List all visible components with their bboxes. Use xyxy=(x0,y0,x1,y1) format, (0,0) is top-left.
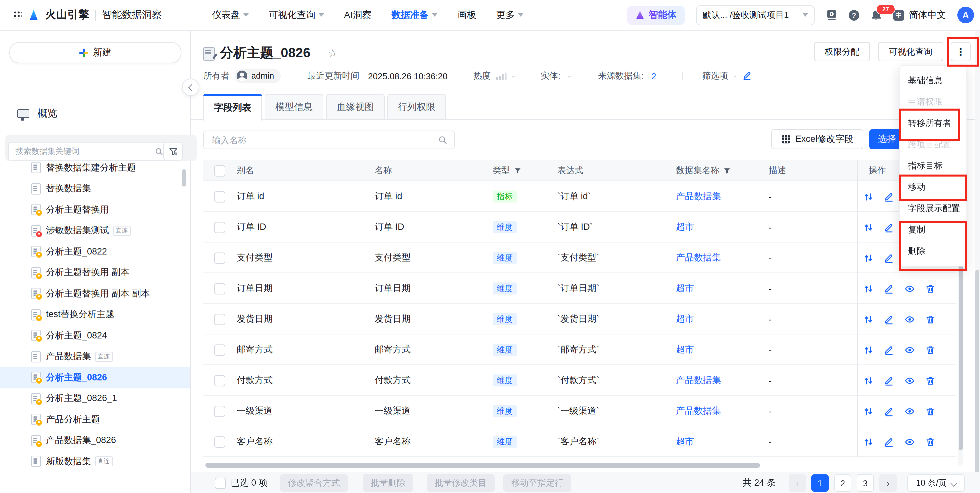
filter-funnel-icon[interactable] xyxy=(723,167,731,174)
list-item[interactable]: 替换数据集建分析主题 xyxy=(0,157,190,178)
dataset-link[interactable]: 超市 xyxy=(676,334,694,365)
visual-query-button[interactable]: 可视化查询 xyxy=(878,42,943,61)
new-button[interactable]: 新建 xyxy=(10,42,181,63)
list-item[interactable]: 分析主题替换用 副本 副本 xyxy=(0,283,190,304)
move-row-icon[interactable] xyxy=(863,376,873,385)
edit-icon[interactable] xyxy=(884,284,894,293)
visibility-icon[interactable] xyxy=(905,376,915,385)
nav-item-canvas[interactable]: 画板 xyxy=(457,9,476,21)
move-row-icon[interactable] xyxy=(863,345,873,355)
menu-item-field-display-config[interactable]: 字段展示配置 xyxy=(900,198,966,219)
language-label[interactable]: 简体中文 xyxy=(908,9,946,21)
page-3-button[interactable]: 3 xyxy=(857,474,874,491)
row-checkbox[interactable] xyxy=(214,283,225,294)
sidebar-scrollbar[interactable] xyxy=(182,169,186,187)
visibility-icon[interactable] xyxy=(905,437,915,447)
move-row-icon[interactable] xyxy=(863,284,873,293)
sidebar-collapse-button[interactable] xyxy=(182,79,199,96)
list-item-selected[interactable]: 分析主题_0826 xyxy=(0,367,190,388)
delete-icon[interactable] xyxy=(925,376,935,385)
edit-icon[interactable] xyxy=(884,406,894,416)
select-all-checkbox[interactable] xyxy=(214,165,225,176)
visibility-icon[interactable] xyxy=(905,284,915,293)
page-size-selector[interactable]: 10 条/页 xyxy=(907,474,965,491)
next-page-button[interactable]: › xyxy=(879,474,897,491)
move-row-icon[interactable] xyxy=(863,192,873,201)
excel-edit-button[interactable]: Excel修改字段 xyxy=(772,129,863,149)
nav-item-ai-insight[interactable]: AI洞察 xyxy=(344,9,371,21)
list-item[interactable]: 新版数据集直连 xyxy=(0,451,190,472)
dataset-link[interactable]: 产品数据集 xyxy=(676,181,721,212)
favorite-star-icon[interactable]: ☆ xyxy=(328,47,338,59)
list-item[interactable]: 产品数据集_0826 xyxy=(0,430,190,451)
dataset-link[interactable]: 产品数据集 xyxy=(676,396,721,426)
menu-item-transfer-owner[interactable]: 转移所有者 xyxy=(900,113,966,134)
dataset-link[interactable]: 超市 xyxy=(676,273,694,304)
nav-item-visual-query[interactable]: 可视化查询 xyxy=(269,9,324,21)
row-checkbox[interactable] xyxy=(214,252,225,263)
page-scrollbar-thumb[interactable] xyxy=(975,270,979,490)
page-1-button[interactable]: 1 xyxy=(811,474,829,491)
menu-item-copy[interactable]: 复制 xyxy=(900,219,966,241)
visibility-icon[interactable] xyxy=(905,314,915,324)
list-item[interactable]: 分析主题替换用 副本 xyxy=(0,262,190,283)
source-count[interactable]: 2 xyxy=(651,69,656,82)
row-checkbox[interactable] xyxy=(214,222,225,233)
tab-model-info[interactable]: 模型信息 xyxy=(265,94,323,120)
horizontal-scrollbar[interactable] xyxy=(205,463,760,468)
move-row-icon[interactable] xyxy=(863,222,873,232)
tab-field-list[interactable]: 字段列表 xyxy=(203,94,262,120)
filter-funnel-icon[interactable] xyxy=(514,167,521,174)
menu-item-delete[interactable]: 删除 xyxy=(900,241,966,262)
move-row-icon[interactable] xyxy=(863,437,873,447)
list-item[interactable]: 产品数据集直连 xyxy=(0,346,190,367)
list-item[interactable]: test替换分析主题 xyxy=(0,304,190,325)
move-row-icon[interactable] xyxy=(863,406,873,416)
prev-page-button[interactable]: ‹ xyxy=(789,474,806,491)
permission-button[interactable]: 权限分配 xyxy=(814,42,870,61)
user-avatar[interactable]: A xyxy=(957,7,974,23)
dataset-link[interactable]: 超市 xyxy=(676,212,694,243)
edit-icon[interactable] xyxy=(884,253,894,263)
delete-icon[interactable] xyxy=(925,345,935,355)
edit-icon[interactable] xyxy=(884,222,894,232)
more-actions-button[interactable]: ⋮ xyxy=(951,42,970,61)
edit-filter-icon[interactable] xyxy=(742,71,752,81)
dataset-link[interactable]: 超市 xyxy=(676,426,694,457)
nav-item-dashboard[interactable]: 仪表盘 xyxy=(212,9,249,21)
footer-checkbox[interactable] xyxy=(215,477,226,489)
menu-item-metric-target[interactable]: 指标目标 xyxy=(900,155,966,176)
move-row-icon[interactable] xyxy=(863,253,873,263)
agent-button[interactable]: 智能体 xyxy=(627,6,685,24)
visibility-icon[interactable] xyxy=(905,345,915,355)
move-row-icon[interactable] xyxy=(863,314,873,324)
edit-icon[interactable] xyxy=(884,376,894,385)
dataset-link[interactable]: 产品数据集 xyxy=(676,243,721,273)
tab-lineage-view[interactable]: 血缘视图 xyxy=(326,94,385,120)
field-search-input[interactable] xyxy=(211,134,438,146)
nav-item-more[interactable]: 更多 xyxy=(496,9,523,21)
delete-icon[interactable] xyxy=(925,406,935,416)
list-item[interactable]: 分析主题_0824 xyxy=(0,325,190,346)
delete-icon[interactable] xyxy=(925,284,935,293)
edit-icon[interactable] xyxy=(884,314,894,324)
row-checkbox[interactable] xyxy=(214,436,225,447)
page-2-button[interactable]: 2 xyxy=(834,474,851,491)
list-item[interactable]: 分析主题替换用 xyxy=(0,199,190,220)
row-checkbox[interactable] xyxy=(214,314,225,325)
row-checkbox[interactable] xyxy=(214,191,225,202)
menu-item-move[interactable]: 移动 xyxy=(900,176,966,198)
dataset-link[interactable]: 超市 xyxy=(676,304,694,334)
list-item[interactable]: 分析主题_0822 xyxy=(0,241,190,262)
row-checkbox[interactable] xyxy=(214,375,225,386)
dataset-link[interactable]: 产品数据集 xyxy=(676,365,721,396)
row-checkbox[interactable] xyxy=(214,406,225,417)
console-icon[interactable] xyxy=(826,10,837,21)
visibility-icon[interactable] xyxy=(905,406,915,416)
delete-icon[interactable] xyxy=(925,314,935,324)
project-selector[interactable]: 默认... /验收测试项目1 xyxy=(696,5,815,25)
row-checkbox[interactable] xyxy=(214,344,225,355)
edit-icon[interactable] xyxy=(884,345,894,355)
list-item[interactable]: 产品分析主题 xyxy=(0,409,190,430)
edit-icon[interactable] xyxy=(884,192,894,201)
